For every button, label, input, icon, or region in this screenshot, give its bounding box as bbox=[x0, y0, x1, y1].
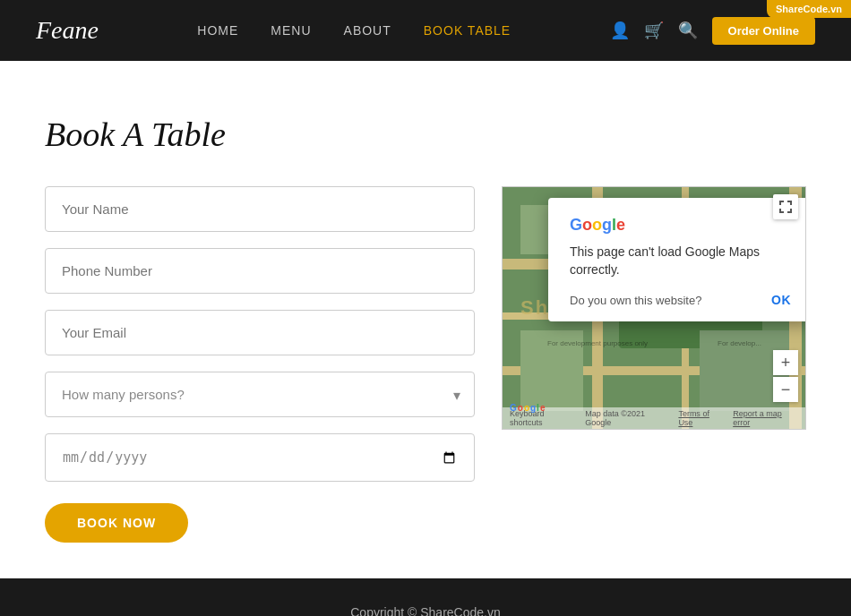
google-ok-button[interactable]: OK bbox=[771, 293, 791, 307]
nav-book-table[interactable]: BOOK TABLE bbox=[424, 23, 511, 38]
sharecode-badge: ShareCode.vn bbox=[767, 0, 851, 18]
google-dialog-message: This page can't load Google Maps correct… bbox=[570, 244, 791, 278]
google-dialog-footer: Do you own this website? OK bbox=[570, 293, 791, 307]
booking-form: How many persons? 1 2 3 4 5+ BOOK NOW bbox=[45, 186, 475, 543]
map-background: City Hall Park For development purposes … bbox=[503, 187, 805, 429]
google-logo: Google bbox=[570, 216, 791, 235]
google-dialog-question: Do you own this website? bbox=[570, 294, 701, 307]
map-terms-link[interactable]: Terms of Use bbox=[678, 409, 724, 427]
search-icon[interactable]: 🔍 bbox=[678, 21, 698, 40]
phone-input[interactable] bbox=[45, 248, 475, 294]
persons-select-wrapper: How many persons? 1 2 3 4 5+ bbox=[45, 372, 475, 417]
logo[interactable]: Feane bbox=[36, 16, 99, 45]
map-data-text: Map data ©2021 Google bbox=[585, 409, 669, 427]
cart-icon[interactable]: 🛒 bbox=[644, 21, 664, 40]
map-report-link[interactable]: Report a map error bbox=[733, 409, 798, 427]
map-expand-button[interactable] bbox=[773, 194, 798, 219]
nav-menu[interactable]: MENU bbox=[271, 23, 311, 38]
navbar: Feane HOME MENU ABOUT BOOK TABLE 👤 🛒 🔍 O… bbox=[0, 0, 851, 61]
nav-icons: 👤 🛒 🔍 Order Online bbox=[610, 17, 815, 45]
footer-copyright: Copyright © ShareCode.vn bbox=[45, 605, 806, 616]
map-zoom-out-button[interactable]: − bbox=[773, 377, 798, 402]
form-map-row: How many persons? 1 2 3 4 5+ BOOK NOW bbox=[45, 186, 806, 543]
map-zoom-controls: + − bbox=[773, 350, 798, 402]
book-now-button[interactable]: BOOK NOW bbox=[45, 503, 188, 543]
email-input[interactable] bbox=[45, 310, 475, 355]
page-title: Book A Table bbox=[45, 115, 806, 154]
name-input[interactable] bbox=[45, 186, 475, 232]
nav-links: HOME MENU ABOUT BOOK TABLE bbox=[197, 22, 511, 38]
user-icon[interactable]: 👤 bbox=[610, 21, 630, 40]
google-maps-dialog: Google This page can't load Google Maps … bbox=[548, 198, 805, 321]
main-content: Book A Table How many persons? 1 2 3 4 5… bbox=[0, 61, 851, 578]
order-online-button[interactable]: Order Online bbox=[712, 17, 815, 45]
map-container: City Hall Park For development purposes … bbox=[502, 186, 806, 430]
footer: Copyright © ShareCode.vn Contact Us Fean… bbox=[0, 578, 851, 616]
nav-about[interactable]: ABOUT bbox=[344, 23, 391, 38]
map-zoom-in-button[interactable]: + bbox=[773, 350, 798, 375]
nav-home[interactable]: HOME bbox=[197, 23, 238, 38]
map-watermark: Keyboard shortcuts Map data ©2021 Google… bbox=[503, 407, 805, 429]
persons-select[interactable]: How many persons? 1 2 3 4 5+ bbox=[45, 372, 475, 417]
date-input[interactable] bbox=[45, 433, 475, 482]
